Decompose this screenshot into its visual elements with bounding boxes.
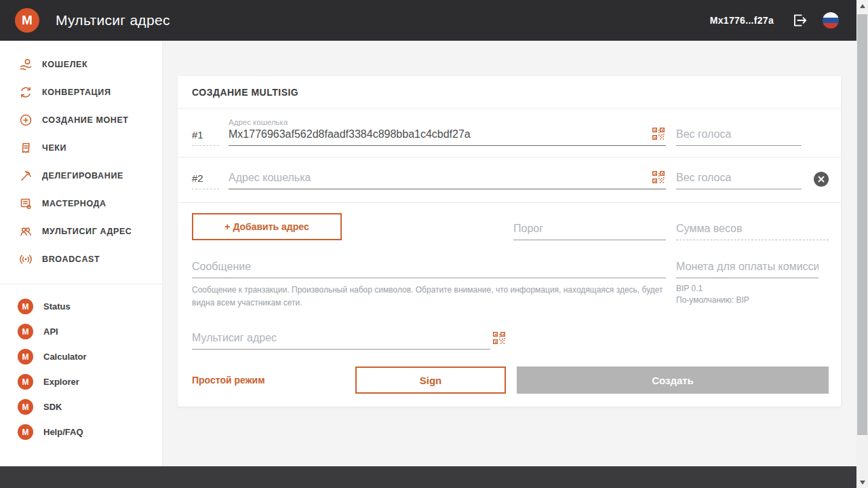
address-field-2 [229,172,666,189]
message-input[interactable] [192,261,666,278]
footer-bar [0,466,856,488]
threshold-row: + Добавить адрес [192,213,829,240]
address-row-1: #1 Адрес кошелька [178,109,841,157]
sidebar-item-label: BROADCAST [42,255,100,264]
sidebar-item-label: ДЕЛЕГИРОВАНИЕ [42,171,123,181]
address-field-1: Адрес кошелька [229,118,666,146]
multisig-address-input[interactable] [192,332,490,350]
language-flag-ru-icon[interactable] [823,12,839,29]
threshold-field [513,223,666,240]
minter-badge-icon: M [18,324,33,339]
sidebar-item-label: МУЛЬТИСИГ АДРЕС [42,227,132,236]
sidebar-item-sdk[interactable]: M SDK [0,394,162,419]
pickaxe-icon [19,169,33,183]
minter-badge-icon: M [18,424,33,440]
broadcast-icon [19,252,33,266]
address-field-label: Адрес кошелька [229,118,666,126]
scrollbar-down-button[interactable] [856,476,868,488]
create-multisig-card: СОЗДАНИЕ MULTISIG #1 Адрес кошелька [178,76,841,407]
logout-icon [791,12,808,29]
sidebar-item-masternode[interactable]: МАСТЕРНОДА [0,189,162,217]
simple-mode-link[interactable]: Простой режим [192,375,265,386]
weight-input-1[interactable] [676,128,802,146]
sidebar-item-label: Status [43,301,71,312]
address-input-1[interactable] [229,128,666,146]
sidebar-item-convert[interactable]: КОНВЕРТАЦИЯ [0,78,162,106]
sidebar-item-calculator[interactable]: M Calculator [0,344,162,369]
remove-address-button[interactable] [814,172,829,187]
arrow-down-icon [860,481,865,485]
sidebar-item-delegation[interactable]: ДЕЛЕГИРОВАНИЕ [0,162,162,189]
minter-logo-icon[interactable]: M [15,8,39,33]
weight-field-1 [676,128,802,146]
window-scrollbar[interactable] [856,0,868,488]
sidebar-item-create-coins[interactable]: СОЗДАНИЕ МОНЕТ [0,106,162,134]
convert-icon [19,86,33,99]
actions-row: Простой режим Sign Создать [192,367,829,394]
weights-sum-input [676,223,829,240]
fee-hint: BIP 0.1 По-умолчанию: BIP [676,283,829,306]
sidebar-item-label: МАСТЕРНОДА [42,199,106,208]
fee-hint-line1: BIP 0.1 [676,283,829,295]
weight-input-2[interactable] [676,172,802,189]
fee-coin-field: BIP 0.1 По-умолчанию: BIP [676,261,829,306]
sidebar-item-label: Help/FAQ [43,427,83,437]
people-icon [19,225,33,238]
sidebar-item-label: SDK [43,402,62,412]
masternode-icon [19,197,33,210]
sidebar-item-multisig[interactable]: МУЛЬТИСИГ АДРЕС [0,217,162,245]
sidebar-item-label: КОНВЕРТАЦИЯ [42,88,111,97]
app-header: M Мультисиг адрес Mx1776...f27a [0,0,856,41]
sidebar-item-help[interactable]: M Help/FAQ [0,419,162,445]
message-row: Сообщение к транзакции. Произвольный наб… [192,261,829,309]
plus-circle-icon [19,113,33,127]
main-content: СОЗДАНИЕ MULTISIG #1 Адрес кошелька [163,41,856,466]
qr-scan-button[interactable] [652,171,665,183]
wallet-address: Mx1776...f27a [710,15,774,26]
card-title: СОЗДАНИЕ MULTISIG [192,87,298,98]
sidebar-item-status[interactable]: M Status [0,294,162,319]
sidebar-item-broadcast[interactable]: BROADCAST [0,245,162,273]
scrollbar-thumb[interactable] [857,14,867,435]
sign-button[interactable]: Sign [355,367,506,394]
sidebar-item-label: ЧЕКИ [42,143,66,153]
sidebar-item-checks[interactable]: ЧЕКИ [0,134,162,162]
sidebar-item-api[interactable]: M API [0,319,162,344]
scrollbar-up-button[interactable] [856,0,868,12]
fee-coin-input[interactable] [676,261,818,278]
multisig-address-field [192,332,505,350]
multisig-address-row [192,332,829,350]
weights-sum-field [676,223,829,240]
qr-code-icon [652,171,665,183]
fee-hint-line2: По-умолчанию: BIP [676,295,829,306]
wallet-icon [19,58,33,71]
minter-badge-icon: M [18,374,33,390]
qr-code-icon [652,128,665,140]
sidebar-item-label: Calculator [43,352,87,362]
minter-badge-icon: M [18,299,33,314]
message-field: Сообщение к транзакции. Произвольный наб… [192,261,666,309]
sidebar-item-label: КОШЕЛЕК [42,60,87,69]
qr-scan-button[interactable] [493,332,505,344]
message-hint: Сообщение к транзакции. Произвольный наб… [192,284,666,309]
page-title: Мультисиг адрес [56,12,170,29]
sidebar-item-wallet[interactable]: КОШЕЛЕК [0,50,162,78]
qr-scan-button[interactable] [652,128,665,140]
minter-badge-icon: M [18,349,33,364]
qr-code-icon [493,332,505,344]
sidebar-item-label: СОЗДАНИЕ МОНЕТ [42,115,129,125]
weight-field-2 [676,172,802,189]
address-input-2[interactable] [229,172,666,189]
add-address-button[interactable]: + Добавить адрес [192,213,342,240]
threshold-input[interactable] [513,223,666,240]
logout-button[interactable] [790,11,809,30]
card-header: СОЗДАНИЕ MULTISIG [178,76,841,109]
sidebar-item-label: Explorer [43,377,79,387]
remove-icon [818,176,825,183]
address-row-2: #2 [178,157,841,203]
sidebar-item-explorer[interactable]: M Explorer [0,369,162,394]
minter-badge-icon: M [18,399,33,415]
create-button[interactable]: Создать [517,367,829,394]
sidebar: КОШЕЛЕК КОНВЕРТАЦИЯ СОЗДАНИЕ МОНЕТ ЧЕКИ … [0,41,163,466]
body: КОШЕЛЕК КОНВЕРТАЦИЯ СОЗДАНИЕ МОНЕТ ЧЕКИ … [0,41,856,466]
